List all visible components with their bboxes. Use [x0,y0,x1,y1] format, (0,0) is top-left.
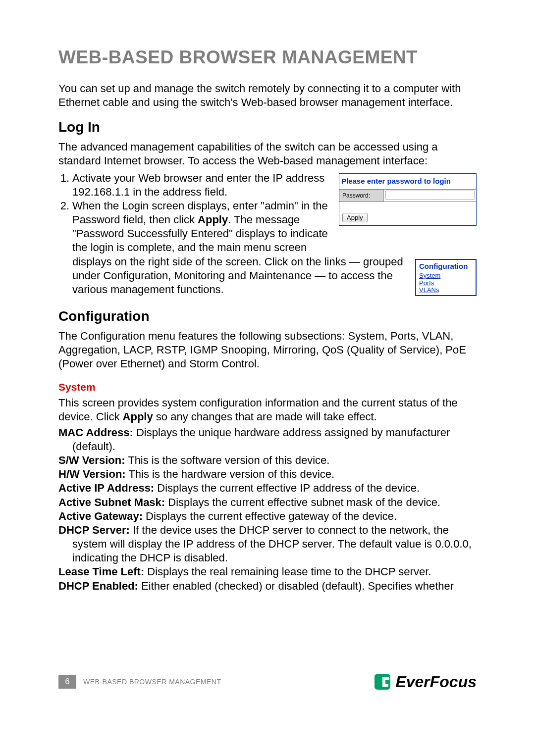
config-menu-heading: Configuration [419,262,473,270]
apply-button[interactable]: Apply [342,213,368,222]
system-paragraph: This screen provides system configuratio… [58,396,477,424]
password-label: Password: [339,190,384,202]
sw-label: S/W Version: [58,454,125,466]
subnet-mask-def: Active Subnet Mask: Displays the current… [58,496,477,509]
configuration-heading: Configuration [58,308,477,324]
step-2-continuation: displays on the right side of the screen… [58,255,477,297]
hw-label: H/W Version: [58,468,126,480]
login-heading: Log In [58,119,477,135]
page-footer: 6 WEB-BASED BROWSER MANAGEMENT EverFocus [58,672,477,692]
page-title: WEB-BASED BROWSER MANAGEMENT [58,47,477,68]
gateway-def: Active Gateway: Displays the current eff… [58,509,477,523]
footer-left: 6 WEB-BASED BROWSER MANAGEMENT [58,675,221,689]
ip-address-def: Active IP Address: Displays the current … [58,481,477,495]
menu-link-vlans[interactable]: VLANs [419,287,473,294]
lt-label: Lease Time Left: [58,565,144,578]
brand-name: EverFocus [395,673,477,691]
menu-link-ports[interactable]: Ports [419,280,473,287]
password-row: Password: [339,189,476,202]
list-item: 1. Activate your Web browser and enter t… [58,171,335,199]
mac-address-def: MAC Address: Displays the unique hardwar… [58,426,477,454]
login-intro: The advanced management capabilities of … [58,140,477,168]
page-number: 6 [58,675,76,689]
sys-apply-bold: Apply [123,410,153,423]
step-number-1: 1. [58,171,72,199]
sm-text: Displays the current effective subnet ma… [165,496,440,508]
lt-text: Displays the real remaining lease time t… [144,565,431,578]
lease-time-def: Lease Time Left: Displays the real remai… [58,565,477,579]
mac-label: MAC Address: [58,426,133,439]
svg-rect-2 [382,677,389,680]
ds-label: DHCP Server: [58,524,130,536]
ip-label: Active IP Address: [58,482,154,494]
intro-paragraph: You can set up and manage the switch rem… [58,82,477,109]
system-subheading: System [58,381,477,393]
list-item: 2. When the Login screen displays, enter… [58,199,335,255]
gw-label: Active Gateway: [58,510,143,522]
mac-text: Displays the unique hardware address ass… [133,426,450,439]
gw-text: Displays the current effective gateway o… [143,510,397,522]
ip-text: Displays the current effective IP addres… [154,482,420,494]
step-1-text: Activate your Web browser and enter the … [72,171,335,199]
step2-apply-bold: Apply [198,213,228,226]
footer-title: WEB-BASED BROWSER MANAGEMENT [83,678,221,686]
ds-text: If the device uses the DHCP server to co… [130,524,449,536]
apply-row: Apply [339,202,476,225]
password-input[interactable] [385,191,475,200]
ds-text2: system will display the IP address of th… [58,537,477,565]
login-screenshot-box: Please enter password to login Password:… [339,173,477,226]
step-number-2: 2. [58,199,72,255]
sw-text: This is the software version of this dev… [125,454,329,466]
de-text: Either enabled (checked) or disabled (de… [138,580,454,592]
config-menu-box: Configuration System Ports VLANs [415,259,477,297]
svg-rect-3 [382,684,388,687]
everfocus-icon [373,672,392,692]
brand-logo: EverFocus [373,672,477,692]
sys-p-c: so any changes that are made will take e… [153,410,377,423]
step-2-text: When the Login screen displays, enter "a… [72,199,335,255]
login-box-header: Please enter password to login [339,174,476,189]
de-label: DHCP Enabled: [58,580,138,592]
password-input-cell [384,190,476,202]
configuration-intro: The Configuration menu features the foll… [58,329,477,371]
hw-text: This is the hardware version of this dev… [126,468,334,480]
dhcp-enabled-def: DHCP Enabled: Either enabled (checked) o… [58,579,477,593]
dhcp-server-def: DHCP Server: If the device uses the DHCP… [58,523,477,565]
sw-version-def: S/W Version: This is the software versio… [58,454,477,467]
mac-text2: (default). [58,440,477,454]
menu-link-system[interactable]: System [419,272,473,280]
hw-version-def: H/W Version: This is the hardware versio… [58,467,477,481]
sm-label: Active Subnet Mask: [58,496,165,508]
